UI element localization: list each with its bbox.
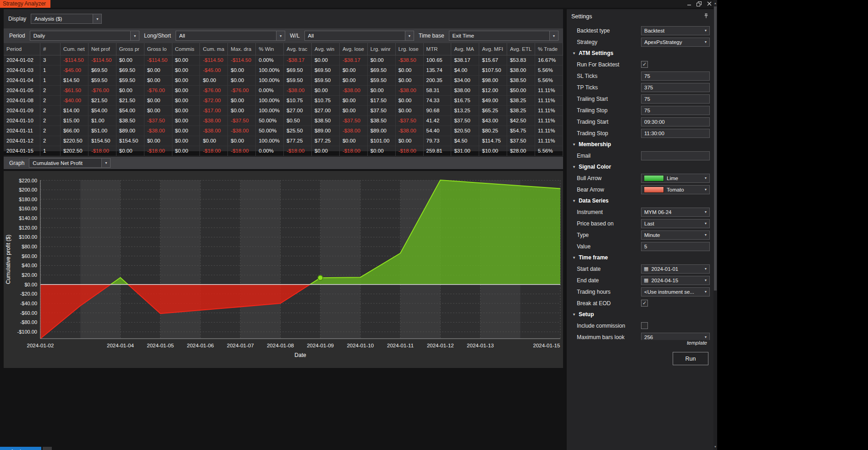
trailing-start-input[interactable] <box>641 94 710 104</box>
table-cell: -$61.50 <box>61 86 88 96</box>
instrument-select[interactable]: MYM 06-24▼ <box>641 208 710 217</box>
run-for-backtest-checkbox[interactable]: ✓ <box>641 61 648 68</box>
window-title-tab[interactable]: Strategy Analyzer <box>0 0 50 8</box>
column-header-cum-ma[interactable]: Cum. ma <box>200 43 228 55</box>
end-date-select[interactable]: ▦2024-04-15▼ <box>641 276 710 285</box>
start-date-select[interactable]: ▦2024-01-01▼ <box>641 264 710 274</box>
trading-start-input[interactable] <box>641 117 710 126</box>
setting-label: Trading hours <box>577 289 641 295</box>
table-row[interactable]: 2024-01-112$66.00$51.00$89.00-$38.00$0.0… <box>4 126 563 136</box>
column-header-avg-win[interactable]: Avg. win <box>312 43 340 55</box>
sl-ticks-input[interactable] <box>641 71 710 81</box>
tab-analyzer[interactable]: Analyzer <box>0 447 41 450</box>
pin-button[interactable] <box>703 13 709 20</box>
value-input[interactable] <box>641 242 710 251</box>
column-header-mtr[interactable]: MTR <box>424 43 452 55</box>
column-header-avg-lose[interactable]: Avg. lose <box>340 43 368 55</box>
section-membership[interactable]: ▼Membership <box>567 139 713 150</box>
period-select[interactable]: Daily ▼ <box>30 31 139 41</box>
section-signal-color[interactable]: ▼Signal Color <box>567 161 713 172</box>
table-row[interactable]: 2024-01-041$14.50$59.50$59.50$0.00$0.00$… <box>4 76 563 86</box>
section-time-frame[interactable]: ▼Time frame <box>567 252 713 263</box>
column-header-lrg-winr[interactable]: Lrg. winr <box>368 43 396 55</box>
long-short-select[interactable]: All ▼ <box>176 31 285 41</box>
table-row[interactable]: 2024-01-082-$40.00$21.50$21.50$0.00$0.00… <box>4 96 563 106</box>
column-header-lrg-lose[interactable]: Lrg. lose <box>396 43 424 55</box>
svg-text:$140.00: $140.00 <box>19 215 37 221</box>
restore-button[interactable] <box>696 1 702 6</box>
table-cell: $21.50 <box>116 96 144 106</box>
column-header-trade[interactable]: % Trade <box>535 43 563 55</box>
strategy-select[interactable]: ApexPsStrategy▼ <box>641 38 710 47</box>
table-row[interactable]: 2024-01-031-$45.00$69.50$69.50$0.00$0.00… <box>4 66 563 76</box>
include-commission-checkbox[interactable] <box>641 322 648 329</box>
table-header-row: Period#Cum. netNet profGross prGross loC… <box>4 43 563 55</box>
maximum-bars-look-select[interactable]: 256▼ <box>641 333 710 340</box>
table-row[interactable]: 2024-01-151$202.50-$18.00$0.00-$18.00$0.… <box>4 146 563 156</box>
display-select[interactable]: Analysis ($) ▼ <box>31 14 102 24</box>
trading-stop-input[interactable] <box>641 129 710 138</box>
column-header-commis[interactable]: Commis <box>172 43 200 55</box>
tp-ticks-input[interactable] <box>641 83 710 92</box>
column-header-avg-ma[interactable]: Avg. MA <box>451 43 479 55</box>
table-cell: $10.00 <box>479 146 507 156</box>
table-cell: 2024-01-12 <box>4 136 40 146</box>
section-atm-settings[interactable]: ▼ATM Settings <box>567 48 713 59</box>
column-header-[interactable]: # <box>40 43 61 55</box>
close-button[interactable] <box>706 1 712 6</box>
column-header-avg-mfi[interactable]: Avg. MFI <box>479 43 507 55</box>
table-cell: $0.00 <box>340 76 368 86</box>
table-row[interactable]: 2024-01-102$15.00$1.00$38.50-$37.50$0.00… <box>4 116 563 126</box>
table-row[interactable]: 2024-01-122$220.50$154.50$154.50$0.00$0.… <box>4 136 563 146</box>
bear-arrow-select[interactable]: Tomato▼ <box>641 185 710 194</box>
table-cell: 90.68 <box>424 106 452 116</box>
section-data-series[interactable]: ▼Data Series <box>567 195 713 206</box>
column-header-max-dra[interactable]: Max. dra <box>228 43 256 55</box>
column-header-avg-trac[interactable]: Avg. trac <box>284 43 312 55</box>
column-header-cum-net[interactable]: Cum. net <box>61 43 88 55</box>
run-button[interactable]: Run <box>673 352 708 365</box>
column-header-gross-pr[interactable]: Gross pr <box>116 43 144 55</box>
trailing-stop-input[interactable] <box>641 106 710 115</box>
table-cell: 2 <box>40 136 61 146</box>
break-at-eod-checkbox[interactable]: ✓ <box>641 300 648 307</box>
table-cell: 0.00% <box>256 55 284 66</box>
graph-select[interactable]: Cumulative Net Profit ▼ <box>29 158 111 168</box>
chevron-down-icon: ▼ <box>276 31 285 40</box>
backtest-type-select[interactable]: Backtest▼ <box>641 26 710 35</box>
setting-row-trading-start: Trading Start <box>567 116 713 127</box>
section-label: Time frame <box>579 254 608 261</box>
column-header-gross-lo[interactable]: Gross lo <box>144 43 172 55</box>
setting-control <box>641 71 710 81</box>
trading-hours-select[interactable]: <Use instrument se...▼ <box>641 287 710 296</box>
table-row[interactable]: 2024-01-092$14.00$54.00$54.00$0.00$0.00-… <box>4 106 563 116</box>
setting-control: MYM 06-24▼ <box>641 208 710 217</box>
settings-scrollbar[interactable]: ▲ ▼ <box>713 0 717 450</box>
price-based-on-select[interactable]: Last▼ <box>641 219 710 228</box>
scroll-down-arrow-icon[interactable]: ▼ <box>713 444 717 450</box>
time-base-select[interactable]: Exit Time ▼ <box>449 31 558 41</box>
column-header-net-prof[interactable]: Net prof <box>88 43 116 55</box>
table-cell: -$38.00 <box>228 126 256 136</box>
close-icon <box>708 2 711 5</box>
add-tab-button[interactable]: + <box>43 447 52 450</box>
scrollbar-thumb[interactable] <box>714 6 717 291</box>
column-header-avg-etl[interactable]: Avg. ETL <box>507 43 535 55</box>
table-cell: $50.00 <box>507 86 535 96</box>
table-row[interactable]: 2024-01-052-$61.50-$76.00$0.00-$76.00$0.… <box>4 86 563 96</box>
wl-select[interactable]: All ▼ <box>304 31 414 41</box>
table-row[interactable]: 2024-01-023-$114.50-$114.50$0.00-$114.50… <box>4 55 563 66</box>
section-setup[interactable]: ▼Setup <box>567 309 713 320</box>
table-cell: $0.00 <box>144 76 172 86</box>
minimize-button[interactable] <box>686 1 692 6</box>
settings-rows: Backtest typeBacktest▼StrategyApexPsStra… <box>567 25 713 340</box>
column-header-period[interactable]: Period <box>4 43 40 55</box>
chevron-down-icon: ▼ <box>572 199 576 203</box>
column-header-win[interactable]: % Win <box>256 43 284 55</box>
table-cell: $12.00 <box>479 86 507 96</box>
email-input[interactable] <box>641 151 710 160</box>
bull-arrow-select[interactable]: Lime▼ <box>641 174 710 183</box>
type-select[interactable]: Minute▼ <box>641 230 710 240</box>
scroll-up-arrow-icon[interactable]: ▲ <box>713 0 717 6</box>
table-cell: 100.00% <box>256 136 284 146</box>
